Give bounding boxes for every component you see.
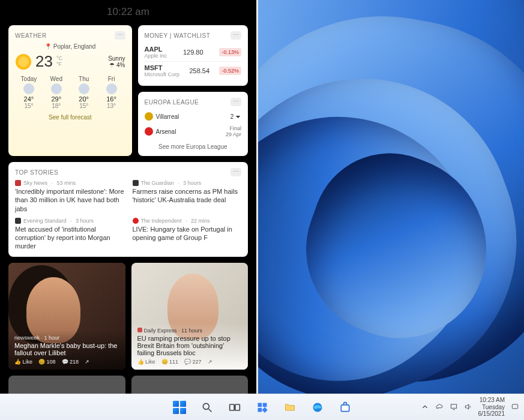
svg-rect-6 [257,407,262,412]
widgets-panel: 10:22 am WEATHER ⋯ 📍 Poplar, England 23 … [0,0,258,394]
news-card[interactable]: newsweek · 1 hour Meghan Markle's baby b… [8,263,125,370]
story-link[interactable]: Evening Standard · 3 hours Met accused o… [15,218,124,251]
cloud-icon [435,403,444,411]
weather-condition: Sunny [108,55,125,62]
weather-precip: ☂ 4% [108,62,125,68]
see-more-sports-link[interactable]: See more Europa League [145,143,242,150]
news-card[interactable] [131,376,248,394]
weather-temp: 23 [35,52,53,71]
team-badge-icon [145,112,153,121]
news-card[interactable] [8,376,125,394]
file-explorer-button[interactable] [282,400,298,415]
story-link[interactable]: The Guardian · 3 hours Farmers raise con… [133,180,242,213]
reactions-count[interactable]: 😊 108 [38,359,56,365]
widgets-button[interactable] [254,400,270,415]
speaker-icon [464,403,472,411]
volume-tray-icon[interactable] [464,403,472,412]
top-stories-title: TOP STORIES [15,169,58,176]
news-card[interactable]: Daily Express · 11 hours EU ramping pres… [131,263,248,370]
svg-rect-4 [257,403,262,407]
reactions-count[interactable]: 😊 111 [161,359,179,365]
tray-overflow-button[interactable] [421,403,429,412]
monitor-icon [450,403,458,411]
edge-browser-button[interactable] [310,400,325,415]
svg-line-1 [208,409,211,412]
search-icon [201,401,213,413]
weather-icon [79,83,89,94]
share-button[interactable]: ↗ [85,359,89,365]
taskbar: 10:23 AM Tuesday 6/15/2021 [0,394,524,420]
widget-menu-button[interactable]: ⋯ [230,168,241,176]
story-link[interactable]: The Independent · 22 mins LIVE: Hungary … [133,218,242,251]
network-tray-icon[interactable] [450,403,458,412]
svg-point-0 [203,403,209,409]
svg-rect-3 [235,404,239,410]
sun-icon [15,53,32,70]
windows-icon [173,401,186,414]
search-button[interactable] [199,400,215,415]
widget-menu-button[interactable]: ⋯ [115,31,125,40]
news-headline: EU ramping pressure up to stop Brexit Br… [137,335,242,356]
weather-unit: °C °F [56,56,62,68]
onedrive-tray-icon[interactable] [435,403,444,412]
start-button[interactable] [172,400,187,415]
widget-menu-button[interactable]: ⋯ [230,31,241,40]
svg-rect-10 [451,404,456,407]
team-badge-icon [145,127,153,136]
money-widget[interactable]: MONEY | WATCHLIST ⋯ AAPLApple Inc 129.80… [138,25,248,86]
weather-icon [106,83,117,94]
edge-icon [312,401,324,413]
weather-title: WEATHER [15,32,47,39]
comments-button[interactable]: 💬 227 [184,359,202,365]
store-button[interactable] [337,400,353,415]
like-button[interactable]: 👍 Like [14,359,32,365]
top-stories-widget: TOP STORIES ⋯ Sky News · 53 mins 'Incred… [8,162,248,257]
svg-rect-9 [341,404,349,411]
widgets-icon [256,401,268,413]
weather-icon [51,83,62,94]
widgets-time: 10:22 am [107,6,149,18]
see-full-forecast-link[interactable]: See full forecast [15,114,125,121]
folder-icon [284,401,296,413]
sports-widget[interactable]: EUROPA LEAGUE ⋯ Villarreal 2 ⏷ Arsenal F… [138,92,248,156]
widget-menu-button[interactable]: ⋯ [230,98,241,106]
sports-title: EUROPA LEAGUE [145,99,199,106]
forecast-row: Today24°15° Wed29°18° Thu20°15° Fri16°13… [15,76,125,109]
weather-icon [23,83,34,94]
notifications-button[interactable] [511,403,519,412]
store-icon [339,401,351,413]
chevron-up-icon [421,403,429,411]
story-link[interactable]: Sky News · 53 mins 'Incredibly important… [15,180,124,213]
svg-rect-12 [512,404,517,408]
svg-rect-7 [262,407,267,412]
news-headline: Meghan Markle's baby bust-up: the fallou… [14,342,119,356]
stock-row[interactable]: AAPLApple Inc 129.80 -0.13% [145,43,242,62]
share-button[interactable]: ↗ [208,359,212,365]
taskbar-clock[interactable]: 10:23 AM Tuesday 6/15/2021 [478,397,505,418]
chat-icon [511,403,519,411]
weather-widget[interactable]: WEATHER ⋯ 📍 Poplar, England 23 °C °F Su [8,25,132,156]
comments-button[interactable]: 💬 218 [62,359,79,365]
stock-row[interactable]: MSFTMicrosoft Corp 258.54 -0.52% [145,62,242,80]
system-tray: 10:23 AM Tuesday 6/15/2021 [421,394,520,420]
svg-rect-5 [262,403,267,407]
weather-location: 📍 Poplar, England [15,43,125,50]
money-title: MONEY | WATCHLIST [145,32,211,39]
task-view-button[interactable] [227,400,242,415]
like-button[interactable]: 👍 Like [137,359,155,365]
svg-rect-2 [229,404,234,410]
task-view-icon [229,401,241,413]
